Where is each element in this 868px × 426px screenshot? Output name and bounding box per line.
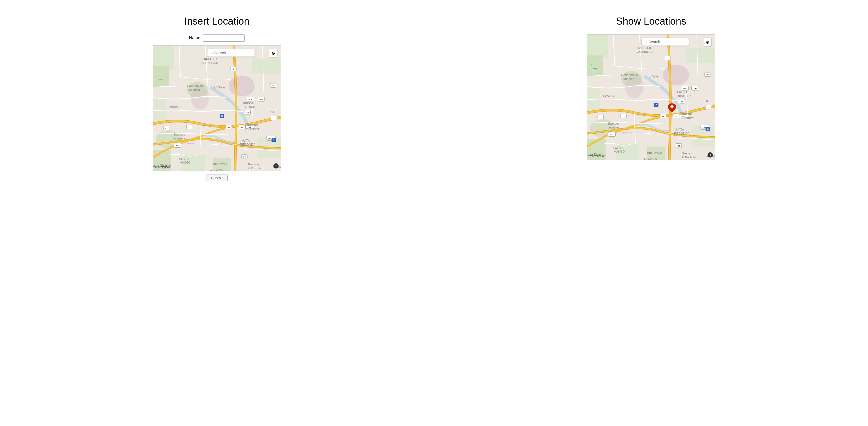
name-input[interactable] <box>203 34 245 41</box>
right-map[interactable]: 1 39 27 39 27 108 100 39 1 167 <box>587 34 715 160</box>
svg-text:Valencia: Valencia <box>188 88 200 92</box>
svg-text:DISTRICT: DISTRICT <box>246 128 260 131</box>
svg-text:B: B <box>656 104 657 106</box>
svg-text:MERCED: MERCED <box>246 124 258 127</box>
svg-text:URUCA: URUCA <box>677 91 688 94</box>
svg-point-91 <box>663 65 689 86</box>
svg-text:CARBALLO: CARBALLO <box>637 50 653 53</box>
svg-text:El Solar: El Solar <box>214 86 225 89</box>
svg-text:27: 27 <box>241 126 243 129</box>
svg-text:✈: ✈ <box>590 63 592 66</box>
svg-text:CARBALLO: CARBALLO <box>202 61 218 64</box>
svg-text:39: 39 <box>706 73 709 76</box>
svg-text:121: 121 <box>610 133 614 136</box>
svg-text:1: 1 <box>273 117 275 120</box>
svg-text:PALO DE: PALO DE <box>614 147 626 150</box>
svg-point-160 <box>671 105 674 108</box>
svg-text:Bajo Los: Bajo Los <box>174 133 185 136</box>
left-panel-title: Insert Location <box>184 16 249 27</box>
search-icon: ⌕ <box>211 51 213 55</box>
svg-text:27: 27 <box>622 115 625 118</box>
svg-text:108: 108 <box>683 87 687 90</box>
svg-text:BELLOTAS: BELLOTAS <box>213 163 227 166</box>
left-map-location-button[interactable]: ⊕ <box>269 49 277 57</box>
svg-text:B: B <box>707 128 709 130</box>
svg-text:SYQ: SYQ <box>158 78 163 81</box>
search-label: Search <box>214 51 226 55</box>
right-search-label: Search <box>649 40 660 44</box>
svg-text:DISTRICT: DISTRICT <box>678 94 691 98</box>
right-panel: Show Locations <box>434 0 868 426</box>
svg-text:39: 39 <box>678 145 680 147</box>
right-map-location-button[interactable]: ⊕ <box>704 38 711 46</box>
svg-text:Precario: Precario <box>683 152 693 155</box>
svg-text:PAVAS: PAVAS <box>603 94 614 98</box>
svg-text:SYQ: SYQ <box>592 67 597 70</box>
svg-rect-84 <box>686 48 715 63</box>
left-map-svg: 1 39 27 39 27 108 100 <box>153 45 281 171</box>
left-map-info-button[interactable]: ℹ <box>273 163 279 169</box>
svg-text:MANGO: MANGO <box>614 150 625 153</box>
svg-text:DISTRICT: DISTRICT <box>681 117 694 120</box>
svg-rect-2 <box>153 66 169 87</box>
svg-rect-82 <box>587 56 603 77</box>
svg-text:39: 39 <box>243 156 246 158</box>
svg-text:Condominio: Condominio <box>621 73 638 77</box>
svg-text:MATA: MATA <box>676 128 684 132</box>
svg-text:Ledezma: Ledezma <box>608 126 620 129</box>
svg-text:39: 39 <box>227 126 230 129</box>
svg-text:ROSITER: ROSITER <box>638 46 651 50</box>
svg-text:1: 1 <box>667 57 669 60</box>
svg-text:108: 108 <box>249 98 252 101</box>
svg-text:Avenida 2: Avenida 2 <box>187 142 197 145</box>
svg-text:B: B <box>221 115 223 118</box>
svg-text:Bajo Los: Bajo Los <box>608 122 619 125</box>
svg-text:El Pochote: El Pochote <box>248 167 261 170</box>
right-search-icon: ⌕ <box>645 40 647 44</box>
right-map-info-button[interactable]: ℹ <box>708 152 713 157</box>
right-panel-title: Show Locations <box>616 16 686 27</box>
svg-text:PAVAS: PAVAS <box>169 105 180 109</box>
svg-text:39: 39 <box>272 85 274 87</box>
svg-text:LA GUAPIL: LA GUAPIL <box>644 157 657 160</box>
svg-rect-81 <box>587 34 608 58</box>
svg-text:Valencia: Valencia <box>622 77 634 81</box>
left-map-visual: 1 39 27 39 27 108 100 <box>153 45 281 171</box>
svg-text:Condominio: Condominio <box>187 84 204 88</box>
svg-text:27: 27 <box>599 116 602 119</box>
svg-text:44: 44 <box>681 100 683 103</box>
right-mapbox-attribution: ⊙ © mapbox <box>589 155 604 157</box>
submit-button[interactable]: Submit <box>206 175 227 181</box>
svg-text:BELLOTAS: BELLOTAS <box>647 152 662 155</box>
svg-text:REDONDA: REDONDA <box>674 132 690 135</box>
svg-text:URUCA: URUCA <box>243 101 253 105</box>
svg-text:100: 100 <box>259 98 263 101</box>
svg-text:100: 100 <box>693 87 697 90</box>
right-map-search-bar[interactable]: ⌕ Search <box>642 38 689 45</box>
svg-text:El Pochote: El Pochote <box>682 156 696 159</box>
svg-text:REDONDA: REDONDA <box>240 143 256 147</box>
left-map-search-bar[interactable]: ⌕ Search <box>208 49 254 57</box>
name-label: Name <box>189 36 200 40</box>
svg-text:1: 1 <box>708 106 709 109</box>
svg-rect-1 <box>153 45 174 69</box>
svg-text:Avenida 2: Avenida 2 <box>621 131 631 134</box>
svg-text:Precario: Precario <box>248 163 259 166</box>
svg-text:39: 39 <box>662 115 664 118</box>
svg-text:27: 27 <box>188 126 190 129</box>
right-map-svg: 1 39 27 39 27 108 100 39 1 167 <box>587 34 715 160</box>
left-map[interactable]: 1 39 27 39 27 108 100 <box>153 45 281 171</box>
svg-point-11 <box>229 75 255 96</box>
left-panel: Insert Location Name <box>0 0 434 426</box>
left-mapbox-attribution: ⊙ © mapbox <box>155 165 170 169</box>
svg-text:27: 27 <box>675 115 677 118</box>
svg-text:44: 44 <box>246 112 249 114</box>
svg-text:1: 1 <box>233 68 234 71</box>
svg-text:Sa: Sa <box>705 99 709 103</box>
svg-text:Avenida 17: Avenida 17 <box>636 113 649 116</box>
svg-text:MANGO: MANGO <box>180 161 190 164</box>
svg-text:PALO DE: PALO DE <box>179 157 191 161</box>
svg-text:Ledezma: Ledezma <box>174 137 185 140</box>
svg-text:121: 121 <box>176 145 180 147</box>
svg-text:Avenida 17: Avenida 17 <box>201 124 214 127</box>
